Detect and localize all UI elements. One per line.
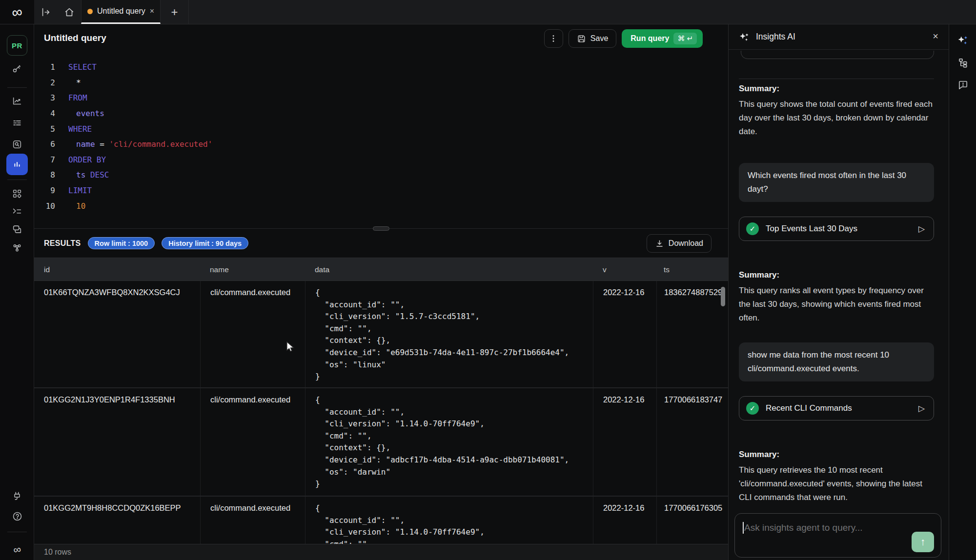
insights-input-box[interactable]: Ask insights agent to query... ↑ (734, 513, 941, 558)
editor-line[interactable]: 3FROM (34, 90, 728, 106)
pane-resize-handle[interactable] (373, 226, 389, 231)
sql-editor[interactable]: 1SELECT2*3FROM4events5WHERE6name = 'cli/… (34, 53, 728, 226)
chat-bubbles-icon (12, 224, 22, 235)
sidebar-item-plugins[interactable] (6, 485, 28, 507)
column-header-name[interactable]: name (210, 258, 229, 281)
editor-line[interactable]: 1SELECT (34, 60, 728, 75)
editor-line[interactable]: 1010 (34, 198, 728, 214)
sidebar-item-explore[interactable] (6, 134, 28, 155)
nodes-hub-icon (12, 242, 22, 253)
footer-infinity-logo-icon: ∞ (0, 541, 35, 558)
code-text: FROM (55, 93, 87, 102)
sql-token-num: 10 (76, 201, 85, 211)
query-card-label: Top Events Last 30 Days (766, 224, 857, 234)
query-result-card[interactable]: ✓Top Events Last 30 Days▷ (739, 217, 934, 241)
event-list-icon (12, 118, 22, 128)
column-header-id[interactable]: id (44, 258, 50, 281)
cell-data: { "account_id": "", "cli_version": "1.14… (305, 388, 593, 496)
row-limit-badge[interactable]: Row limit : 1000 (88, 237, 155, 249)
row-count: 10 rows (44, 548, 71, 557)
sql-token-kw: DESC (90, 170, 109, 180)
new-tab-button[interactable]: + (161, 0, 189, 24)
code-text: * (55, 78, 81, 87)
table-row[interactable]: 01KGG2MT9H8H8CCDQ0ZK16BEPPcli/command.ex… (34, 497, 728, 544)
strip-item-feedback[interactable] (952, 75, 974, 94)
table-row[interactable]: 01KGG2N1J3Y0ENP1R4F1335BNHcli/command.ex… (34, 388, 728, 497)
code-text: name = 'cli/command.executed' (55, 140, 212, 149)
sidebar-item-events[interactable] (6, 112, 28, 134)
query-title: Untitled query (44, 33, 106, 43)
terminal-icon (12, 206, 22, 217)
cell-v: 2022-12-16 (593, 388, 656, 496)
run-card-play-icon[interactable]: ▷ (918, 224, 925, 234)
close-panel-button[interactable]: × (933, 31, 938, 41)
download-icon (655, 239, 664, 248)
cell-id: 01K66TQNZA3WFBQ8XN2KXSG4CJ (34, 281, 200, 387)
send-button[interactable]: ↑ (912, 532, 934, 552)
editor-line[interactable]: 5WHERE (34, 121, 728, 137)
download-label: Download (669, 239, 703, 248)
sidebar-toggle-button[interactable] (34, 0, 58, 24)
query-menu-button[interactable] (544, 29, 563, 48)
success-check-icon: ✓ (746, 222, 759, 235)
table-row[interactable]: 01K66TQNZA3WFBQ8XN2KXSG4CJcli/command.ex… (34, 281, 728, 388)
sidebar-item-queries-active[interactable] (6, 154, 28, 175)
query-card-label: Recent CLI Commands (766, 403, 852, 413)
code-text: ts DESC (55, 170, 109, 180)
column-header-ts[interactable]: ts (664, 258, 670, 281)
sparkles-icon (738, 31, 750, 43)
query-header: Untitled query Save Run query ⌘ ↵ (34, 24, 728, 53)
sidebar-item-help[interactable] (6, 505, 28, 527)
history-limit-badge[interactable]: History limit : 90 days (162, 237, 248, 249)
line-number: 9 (34, 186, 55, 195)
editor-line[interactable]: 4events (34, 106, 728, 121)
unsaved-dot-icon (87, 9, 93, 14)
sidebar-divider (7, 87, 27, 88)
column-header-v[interactable]: v (603, 258, 607, 281)
query-result-card[interactable]: ✓Recent CLI Commands▷ (739, 396, 934, 420)
enter-key-icon: ↵ (687, 34, 693, 43)
search-box-icon (12, 139, 22, 150)
strip-item-schema[interactable] (952, 53, 974, 72)
query-actions: Save Run query ⌘ ↵ (544, 29, 703, 48)
home-button[interactable] (58, 0, 81, 24)
vertical-scrollbar[interactable] (721, 287, 725, 306)
column-header-data[interactable]: data (315, 258, 329, 281)
sidebar-item-keys[interactable] (6, 58, 28, 79)
sidebar-item-integrations[interactable] (6, 237, 28, 259)
help-icon (12, 511, 23, 522)
cell-name: cli/command.executed (200, 388, 305, 496)
tab-close-icon[interactable]: × (150, 7, 154, 15)
editor-line[interactable]: 2* (34, 75, 728, 91)
save-button[interactable]: Save (569, 29, 616, 48)
sidebar-divider (7, 180, 27, 180)
line-number: 5 (34, 124, 55, 134)
sidebar-item-metrics[interactable] (6, 90, 28, 112)
key-icon (12, 63, 22, 74)
top-tab-bar: ∞ Untitled query × + (0, 0, 976, 24)
line-chart-icon (12, 96, 22, 106)
editor-line[interactable]: 6name = 'cli/command.executed' (34, 137, 728, 152)
user-message-bubble: show me data from the most recent 10 cli… (739, 342, 934, 381)
run-query-button[interactable]: Run query ⌘ ↵ (622, 29, 703, 48)
run-query-label: Run query (630, 34, 669, 43)
line-number: 2 (34, 78, 55, 87)
cell-name: cli/command.executed (200, 281, 305, 387)
editor-line[interactable]: 9LIMIT (34, 183, 728, 199)
cell-data: { "account_id": "", "cli_version": "1.5.… (305, 281, 593, 387)
editor-line[interactable]: 8ts DESC (34, 167, 728, 183)
cell-ts: 1770066176305 (656, 497, 728, 544)
tree-schema-icon (957, 57, 969, 68)
summary-block: Summary:This query retrieves the 10 most… (739, 450, 934, 504)
strip-item-insights-ai-active[interactable] (952, 30, 974, 50)
tab-untitled-query[interactable]: Untitled query × (81, 0, 161, 24)
run-card-play-icon[interactable]: ▷ (918, 403, 925, 414)
download-button[interactable]: Download (647, 234, 712, 253)
insights-panel-header: Insights AI × (729, 24, 949, 50)
editor-line[interactable]: 7ORDER BY (34, 152, 728, 168)
summary-block: Summary:This query ranks all event types… (739, 270, 934, 325)
line-number: 8 (34, 170, 55, 180)
line-number: 10 (34, 201, 55, 211)
save-label: Save (590, 34, 608, 43)
workspace-badge[interactable]: PR (7, 35, 27, 56)
